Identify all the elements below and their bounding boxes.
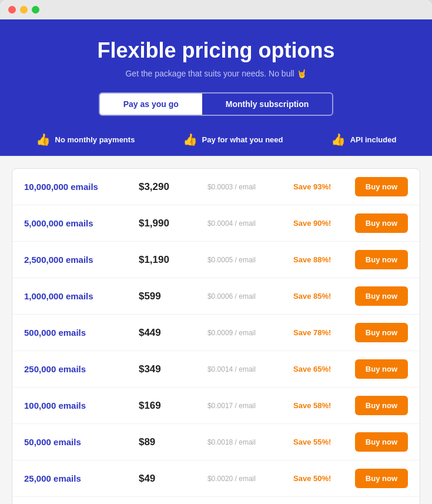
emails-label: 2,500,000 emails <box>24 255 139 265</box>
table-row: 2,500,000 emails $1,190 $0.0005 / email … <box>12 242 420 278</box>
minimize-button[interactable] <box>20 6 28 14</box>
tabs-container: Pay as you go Monthly subscription <box>0 92 432 125</box>
price-label: $3,290 <box>139 181 207 193</box>
feature-no-monthly-label: No monthly payments <box>55 135 135 144</box>
price-label: $169 <box>139 400 207 412</box>
thumbs-up-icon-2: 👍 <box>183 132 197 146</box>
buy-action: Buy now <box>351 396 408 415</box>
emails-label: 5,000,000 emails <box>24 218 139 228</box>
emails-label: 500,000 emails <box>24 328 139 338</box>
buy-action: Buy now <box>351 359 408 379</box>
titlebar <box>0 0 432 19</box>
per-email-label: $0.0003 / email <box>207 183 293 191</box>
buy-now-button[interactable]: Buy now <box>355 286 408 306</box>
per-email-label: $0.0006 / email <box>207 292 293 301</box>
emails-label: 100,000 emails <box>24 400 139 410</box>
table-row: 1,000,000 emails $599 $0.0006 / email Sa… <box>12 278 420 315</box>
table-row: 250,000 emails $349 $0.0014 / email Save… <box>12 351 420 388</box>
per-email-label: $0.0005 / email <box>207 256 293 264</box>
price-label: $349 <box>139 363 207 375</box>
buy-now-button[interactable]: Buy now <box>355 359 408 379</box>
buy-action: Buy now <box>351 250 408 269</box>
tab-monthly[interactable]: Monthly subscription <box>202 94 333 115</box>
save-label: Save 85%! <box>293 292 350 301</box>
pricing-section: 10,000,000 emails $3,290 $0.0003 / email… <box>0 156 432 504</box>
save-label: Save 93%! <box>293 182 350 191</box>
save-label: Save 50%! <box>293 474 350 483</box>
emails-label: 250,000 emails <box>24 364 139 374</box>
buy-now-button[interactable]: Buy now <box>355 469 408 488</box>
table-row: 10,000,000 emails $3,290 $0.0003 / email… <box>12 169 420 205</box>
buy-now-button[interactable]: Buy now <box>355 177 408 196</box>
emails-label: 25,000 emails <box>24 473 139 483</box>
feature-api-label: API included <box>350 135 397 144</box>
per-email-label: $0.0014 / email <box>207 365 293 373</box>
per-email-label: $0.0020 / email <box>207 475 293 483</box>
per-email-label: $0.0017 / email <box>207 402 293 410</box>
price-label: $49 <box>139 473 207 485</box>
buy-now-button[interactable]: Buy now <box>355 432 408 452</box>
per-email-label: $0.0004 / email <box>207 219 293 228</box>
maximize-button[interactable] <box>32 6 39 14</box>
price-label: $89 <box>139 436 207 448</box>
table-row: 500,000 emails $449 $0.0009 / email Save… <box>12 315 420 351</box>
price-label: $599 <box>139 291 207 302</box>
pricing-table: 10,000,000 emails $3,290 $0.0003 / email… <box>12 168 420 504</box>
feature-pay-need: 👍 Pay for what you need <box>183 132 283 146</box>
feature-no-monthly: 👍 No monthly payments <box>36 132 135 146</box>
buy-now-button[interactable]: Buy now <box>355 250 408 269</box>
table-row: 10,000 emails $24 $0.0024 / email Save 4… <box>12 497 420 504</box>
per-email-label: $0.0018 / email <box>207 438 293 446</box>
thumbs-up-icon-3: 👍 <box>331 132 346 146</box>
table-row: 5,000,000 emails $1,990 $0.0004 / email … <box>12 205 420 242</box>
buy-action: Buy now <box>351 177 408 196</box>
table-row: 100,000 emails $169 $0.0017 / email Save… <box>12 388 420 424</box>
page-title: Flexible pricing options <box>12 38 420 63</box>
price-label: $449 <box>139 327 207 339</box>
buy-now-button[interactable]: Buy now <box>355 323 408 342</box>
page-header: Flexible pricing options Get the package… <box>0 19 432 92</box>
save-label: Save 88%! <box>293 255 350 264</box>
app-window: Flexible pricing options Get the package… <box>0 0 432 504</box>
buy-action: Buy now <box>351 432 408 452</box>
tab-group: Pay as you go Monthly subscription <box>99 92 334 116</box>
buy-action: Buy now <box>351 469 408 488</box>
feature-pay-need-label: Pay for what you need <box>202 135 283 144</box>
table-row: 25,000 emails $49 $0.0020 / email Save 5… <box>12 460 420 497</box>
buy-now-button[interactable]: Buy now <box>355 213 408 233</box>
buy-now-button[interactable]: Buy now <box>355 396 408 415</box>
buy-action: Buy now <box>351 323 408 342</box>
emails-label: 1,000,000 emails <box>24 291 139 301</box>
save-label: Save 55%! <box>293 438 350 446</box>
save-label: Save 65%! <box>293 365 350 373</box>
table-row: 50,000 emails $89 $0.0018 / email Save 5… <box>12 424 420 460</box>
close-button[interactable] <box>8 6 16 14</box>
thumbs-up-icon-1: 👍 <box>36 132 51 146</box>
save-label: Save 78%! <box>293 328 350 337</box>
emails-label: 10,000,000 emails <box>24 182 139 192</box>
save-label: Save 58%! <box>293 401 350 410</box>
price-label: $1,190 <box>139 254 207 266</box>
save-label: Save 90%! <box>293 219 350 228</box>
tab-payg[interactable]: Pay as you go <box>100 94 202 115</box>
feature-api: 👍 API included <box>331 132 397 146</box>
emails-label: 50,000 emails <box>24 437 139 447</box>
features-bar: 👍 No monthly payments 👍 Pay for what you… <box>0 125 432 156</box>
buy-action: Buy now <box>351 286 408 306</box>
buy-action: Buy now <box>351 213 408 233</box>
page-subtitle: Get the package that suits your needs. N… <box>12 69 420 78</box>
per-email-label: $0.0009 / email <box>207 329 293 337</box>
price-label: $1,990 <box>139 218 207 229</box>
